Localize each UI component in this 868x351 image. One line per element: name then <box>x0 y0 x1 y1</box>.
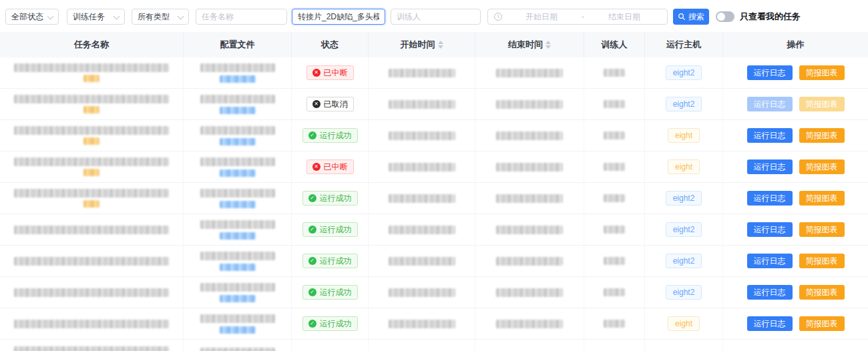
redacted-start-time <box>389 100 455 109</box>
column-header-trainer: 训练人 <box>584 32 645 57</box>
report-chart-button[interactable]: 简报图表 <box>799 316 845 331</box>
actions-cell: 运行日志简报图表 <box>723 277 868 308</box>
end-time-cell <box>475 120 584 151</box>
config-file-cell <box>184 120 292 151</box>
table-header-row: 任务名称 配置文件 状态 开始时间 结束时间 训练人 运行主机 <box>0 32 868 57</box>
chevron-down-icon <box>114 14 119 19</box>
column-header-start-time[interactable]: 开始时间 <box>369 32 475 57</box>
end-time-cell <box>475 151 584 182</box>
redacted-config-link[interactable] <box>220 264 256 271</box>
redacted-config-link[interactable] <box>220 75 256 83</box>
redacted-task-tag <box>83 75 99 82</box>
redacted-config-link[interactable] <box>220 107 256 114</box>
status-label: 运行成功 <box>320 256 352 267</box>
run-log-button[interactable]: 运行日志 <box>747 128 793 143</box>
start-time-cell <box>369 277 475 308</box>
search-button[interactable]: 搜索 <box>673 9 709 25</box>
redacted-task-name <box>14 257 169 266</box>
run-log-button[interactable]: 运行日志 <box>747 159 793 174</box>
redacted-task-tag <box>83 200 99 208</box>
task-name-input[interactable] <box>202 12 281 21</box>
redacted-trainer <box>604 131 625 139</box>
task-name-cell <box>0 120 184 151</box>
model-name-input[interactable] <box>298 12 379 21</box>
run-log-button[interactable]: 运行日志 <box>747 65 793 80</box>
start-time-cell <box>369 151 475 182</box>
status-filter-select[interactable]: 全部状态 <box>5 9 59 25</box>
redacted-config-link[interactable] <box>220 201 256 208</box>
table-row: ✓运行成功eight2运行日志简报图表 <box>0 277 868 308</box>
search-button-label: 搜索 <box>688 11 704 23</box>
table-row: ✕已中断eight2运行日志简报图表 <box>0 57 868 89</box>
redacted-trainer <box>604 69 625 77</box>
column-header-end-time[interactable]: 结束时间 <box>475 32 584 57</box>
redacted-end-time <box>496 226 563 234</box>
redacted-config-link[interactable] <box>220 232 256 240</box>
end-date-placeholder[interactable]: 结束日期 <box>587 11 662 23</box>
error-status-icon: ✕ <box>312 69 320 77</box>
redacted-trainer <box>604 194 625 202</box>
report-chart-button[interactable]: 简报图表 <box>799 191 845 206</box>
redacted-trainer <box>604 320 625 328</box>
task-type-filter-select[interactable]: 训练任务 <box>67 9 125 25</box>
redacted-config-link[interactable] <box>220 295 256 302</box>
task-name-cell <box>0 214 184 245</box>
table-row: ✕已取消eight2运行日志简报图表 <box>0 89 868 120</box>
only-my-tasks-toggle[interactable] <box>716 11 734 22</box>
redacted-config-link[interactable] <box>220 169 256 177</box>
host-cell: eight <box>645 151 723 182</box>
start-date-placeholder[interactable]: 开始日期 <box>504 11 579 23</box>
trainer-cell <box>584 151 645 182</box>
start-time-cell <box>369 89 475 119</box>
run-log-button[interactable]: 运行日志 <box>747 316 793 331</box>
end-time-cell <box>475 214 584 245</box>
start-time-cell <box>369 183 475 214</box>
host-cell: eight2 <box>645 183 723 214</box>
task-name-cell <box>0 89 184 119</box>
task-name-cell <box>0 183 184 214</box>
sort-icon[interactable] <box>438 41 443 49</box>
chevron-down-icon <box>178 14 183 19</box>
redacted-config-link[interactable] <box>220 326 256 334</box>
redacted-end-time <box>496 163 563 171</box>
report-chart-button[interactable]: 简报图表 <box>799 285 845 300</box>
redacted-task-name <box>14 226 169 234</box>
report-chart-button[interactable]: 简报图表 <box>799 65 845 80</box>
run-log-button[interactable]: 运行日志 <box>747 97 793 111</box>
redacted-task-tag <box>83 106 99 113</box>
success-status-icon: ✓ <box>308 131 316 139</box>
start-time-cell <box>369 246 475 276</box>
redacted-config-file <box>200 126 275 135</box>
category-filter-select[interactable]: 所有类型 <box>132 9 189 25</box>
trainer-input[interactable] <box>397 12 475 21</box>
report-chart-button[interactable]: 简报图表 <box>799 159 845 174</box>
chevron-down-icon <box>47 14 53 19</box>
column-header-label: 状态 <box>321 39 339 51</box>
host-cell: eight2 <box>645 246 723 276</box>
success-status-icon: ✓ <box>308 194 316 202</box>
status-badge: ✓运行成功 <box>302 254 358 268</box>
model-name-input-wrap <box>292 9 385 25</box>
run-log-button[interactable]: 运行日志 <box>747 222 793 237</box>
redacted-config-link[interactable] <box>220 138 256 145</box>
task-name-cell <box>0 277 184 308</box>
report-chart-button[interactable]: 简报图表 <box>799 97 845 111</box>
trainer-cell <box>584 340 645 351</box>
end-time-cell <box>475 340 584 351</box>
actions-cell: 运行日志简报图表 <box>723 120 868 151</box>
trainer-cell <box>584 120 645 151</box>
report-chart-button[interactable]: 简报图表 <box>799 222 845 237</box>
run-log-button[interactable]: 运行日志 <box>747 254 793 268</box>
host-cell: eight2 <box>645 214 723 245</box>
date-range-picker[interactable]: 开始日期 - 结束日期 <box>487 9 668 25</box>
task-table: 任务名称 配置文件 状态 开始时间 结束时间 训练人 运行主机 <box>0 32 868 351</box>
run-log-button[interactable]: 运行日志 <box>747 191 793 206</box>
redacted-start-time <box>389 257 455 266</box>
redacted-start-time <box>389 226 455 234</box>
sort-icon[interactable] <box>546 41 551 49</box>
run-log-button[interactable]: 运行日志 <box>747 285 793 300</box>
redacted-config-file <box>200 157 275 166</box>
report-chart-button[interactable]: 简报图表 <box>799 254 845 268</box>
report-chart-button[interactable]: 简报图表 <box>799 128 845 143</box>
success-status-icon: ✓ <box>308 288 316 296</box>
